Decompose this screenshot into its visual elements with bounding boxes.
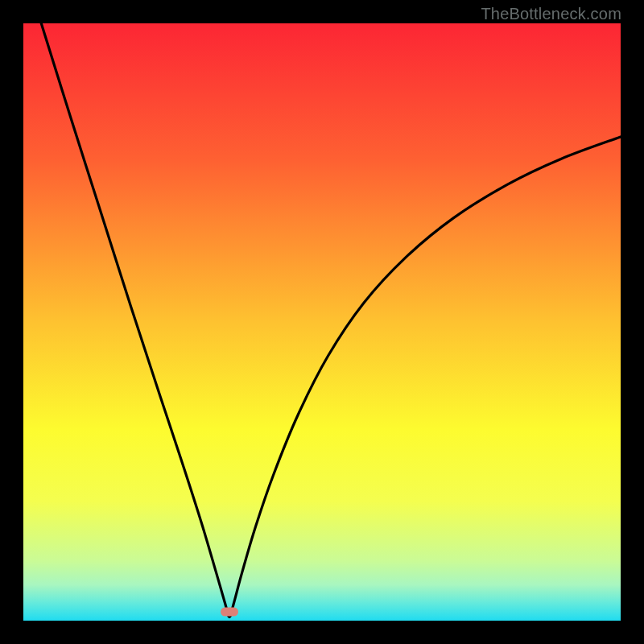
plot-area [23, 23, 621, 621]
bottleneck-curve [23, 23, 621, 621]
chart-stage: TheBottleneck.com [0, 0, 644, 644]
minimum-marker [221, 607, 238, 616]
watermark-text: TheBottleneck.com [481, 5, 621, 23]
